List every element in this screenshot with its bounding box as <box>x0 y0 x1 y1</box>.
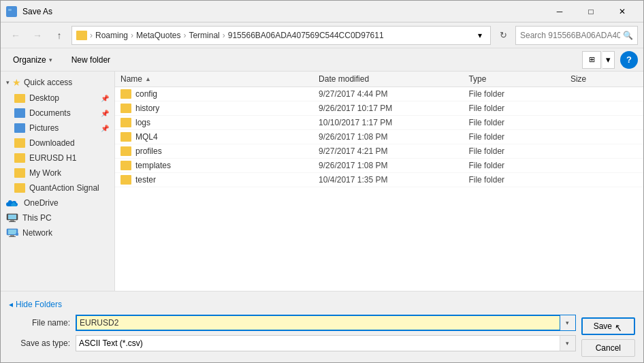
file-type-cell: File folder <box>463 89 565 99</box>
search-icon: 🔍 <box>623 31 633 40</box>
table-row[interactable]: templates 9/26/2017 1:08 PM File folder <box>115 159 643 173</box>
sidebar-item-eurusd[interactable]: EURUSD H1 <box>1 151 114 165</box>
folder-icon <box>120 146 131 156</box>
file-type-cell: File folder <box>463 132 565 142</box>
filename-input-wrapper: ▾ <box>76 315 576 331</box>
desktop-folder-icon <box>14 94 25 103</box>
file-name-cell: templates <box>135 161 171 170</box>
quantaction-folder-icon <box>14 183 25 193</box>
file-date-cell: 9/27/2017 4:44 PM <box>313 89 463 99</box>
table-row[interactable]: history 9/26/2017 10:17 PM File folder <box>115 101 643 116</box>
table-row[interactable]: tester 10/4/2017 1:35 PM File folder <box>115 173 643 187</box>
filename-input[interactable] <box>76 315 576 331</box>
col-date-header[interactable]: Date modified <box>313 74 463 84</box>
sidebar-item-documents[interactable]: Documents 📌 <box>1 106 114 121</box>
main-content: ▾ ★ Quick access Desktop 📌 Documents 📌 P… <box>1 72 643 291</box>
svg-rect-8 <box>10 235 14 236</box>
view-button[interactable]: ⊞ <box>582 51 601 69</box>
svg-rect-9 <box>9 236 16 237</box>
saveastype-label: Save as type: <box>9 338 70 348</box>
search-input[interactable] <box>520 31 620 40</box>
file-name-cell: profiles <box>135 146 162 156</box>
organize-button[interactable]: Organize ▾ <box>6 51 59 69</box>
file-date-cell: 9/26/2017 1:08 PM <box>313 161 463 170</box>
search-box[interactable]: 🔍 <box>515 26 638 45</box>
table-row[interactable]: profiles 9/27/2017 4:21 PM File folder <box>115 144 643 159</box>
sidebar-item-quantaction[interactable]: QuantAction Signal <box>1 180 114 195</box>
file-type-cell: File folder <box>463 161 565 170</box>
hide-folders-label: Hide Folders <box>16 300 62 309</box>
svg-rect-4 <box>10 220 14 221</box>
title-bar: Save As ─ □ ✕ <box>1 1 643 22</box>
file-name-cell: config <box>135 89 157 99</box>
sidebar-item-network[interactable]: Network <box>1 225 114 240</box>
folder-icon <box>120 132 131 142</box>
file-date-cell: 9/26/2017 10:17 PM <box>313 104 463 113</box>
hide-folders-toggle[interactable]: ◂ Hide Folders <box>9 297 576 309</box>
col-type-header[interactable]: Type <box>463 74 565 84</box>
folder-icon <box>120 118 131 127</box>
breadcrumb-bar[interactable]: › Roaming › MetaQuotes › Terminal › 9155… <box>71 26 491 45</box>
sidebar-item-mywork[interactable]: My Work <box>1 165 114 180</box>
file-type-cell: File folder <box>463 146 565 156</box>
organize-label: Organize <box>13 55 46 65</box>
organize-bar: Organize ▾ New folder ⊞ ▾ ? <box>1 48 643 72</box>
help-button[interactable]: ? <box>620 51 638 69</box>
dialog-title: Save As <box>22 7 52 16</box>
forward-button[interactable]: → <box>28 26 47 45</box>
minimize-button[interactable]: ─ <box>544 1 575 22</box>
refresh-button[interactable]: ↻ <box>494 26 513 45</box>
file-date-cell: 9/27/2017 4:21 PM <box>313 146 463 156</box>
cancel-button[interactable]: Cancel <box>581 339 635 357</box>
view-icon: ⊞ <box>589 55 595 64</box>
sidebar-onedrive-label: OneDrive <box>24 198 59 208</box>
new-folder-button[interactable]: New folder <box>65 51 117 69</box>
breadcrumb-dropdown[interactable]: ▾ <box>474 27 486 44</box>
col-name-header[interactable]: Name ▲ <box>120 74 313 84</box>
quick-access-header[interactable]: ▾ ★ Quick access <box>1 74 114 91</box>
table-row[interactable]: logs 10/10/2017 1:17 PM File folder <box>115 116 643 130</box>
save-button[interactable]: Save ↖ <box>581 317 635 335</box>
sidebar-item-pictures[interactable]: Pictures 📌 <box>1 121 114 136</box>
up-button[interactable]: ↑ <box>50 26 69 45</box>
table-row[interactable]: config 9/27/2017 4:44 PM File folder <box>115 87 643 101</box>
file-type-cell: File folder <box>463 104 565 113</box>
pictures-pin-icon: 📌 <box>101 125 109 132</box>
maximize-button[interactable]: □ <box>575 1 607 22</box>
network-icon <box>6 228 18 238</box>
breadcrumb-folder-id[interactable]: 915566BA06ADA407569C544CC0D97611 <box>228 31 384 40</box>
file-type-cell: File folder <box>463 118 565 127</box>
save-label: Save <box>594 321 612 331</box>
back-button[interactable]: ← <box>6 26 25 45</box>
saveastype-row: Save as type: ASCII Text (*.csv) ▾ <box>9 335 576 351</box>
saveastype-select[interactable]: ASCII Text (*.csv) <box>76 335 576 351</box>
file-date-cell: 10/4/2017 1:35 PM <box>313 175 463 185</box>
filename-dropdown-arrow[interactable]: ▾ <box>560 315 576 331</box>
sidebar-item-onedrive[interactable]: OneDrive <box>1 195 114 210</box>
sidebar-documents-label: Documents <box>29 108 71 118</box>
sidebar-item-desktop[interactable]: Desktop 📌 <box>1 91 114 106</box>
sidebar-mywork-label: My Work <box>29 168 61 178</box>
table-row[interactable]: MQL4 9/26/2017 1:08 PM File folder <box>115 130 643 144</box>
col-size-header[interactable]: Size <box>565 74 638 84</box>
sidebar-item-thispc[interactable]: This PC <box>1 210 114 225</box>
view-dropdown-button[interactable]: ▾ <box>602 51 615 69</box>
quick-access-label: Quick access <box>24 78 72 87</box>
breadcrumb-metaquotes[interactable]: MetaQuotes <box>136 31 180 40</box>
svg-rect-7 <box>8 230 16 234</box>
file-rows-container: config 9/27/2017 4:44 PM File folder his… <box>115 87 643 187</box>
cursor-icon: ↖ <box>614 321 624 331</box>
desktop-pin-icon: 📌 <box>101 95 109 102</box>
breadcrumb-terminal[interactable]: Terminal <box>189 31 219 40</box>
navigation-toolbar: ← → ↑ › Roaming › MetaQuotes › Terminal … <box>1 22 643 48</box>
breadcrumb-roaming[interactable]: Roaming <box>95 31 128 40</box>
svg-rect-3 <box>8 215 16 219</box>
sidebar-item-downloaded[interactable]: Downloaded <box>1 136 114 151</box>
sort-arrow: ▲ <box>145 76 151 82</box>
quick-access-star-icon: ★ <box>12 77 21 88</box>
close-button[interactable]: ✕ <box>607 1 638 22</box>
eurusd-folder-icon <box>14 153 25 163</box>
thispc-icon <box>6 213 18 223</box>
file-name-cell: logs <box>135 118 150 127</box>
sidebar-eurusd-label: EURUSD H1 <box>29 153 76 163</box>
